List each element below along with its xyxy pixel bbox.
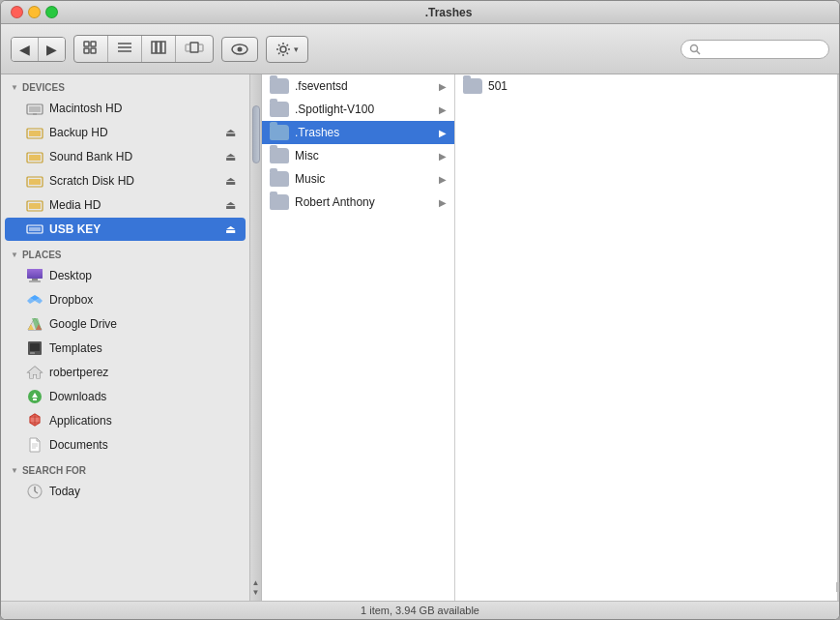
desktop-icon bbox=[26, 267, 43, 284]
svg-rect-33 bbox=[32, 279, 38, 280]
icon-view-button[interactable] bbox=[74, 36, 108, 62]
sidebar-item-applications[interactable]: Applications bbox=[5, 409, 246, 432]
fseventsd-name: .fseventsd bbox=[295, 79, 433, 93]
column-view-button[interactable] bbox=[142, 36, 176, 62]
places-label: PLACES bbox=[22, 250, 62, 260]
gear-button[interactable]: ▾ bbox=[266, 36, 308, 63]
sidebar-item-backup-hd[interactable]: Backup HD ⏏ bbox=[5, 121, 246, 144]
search-label: SEARCH FOR bbox=[22, 465, 86, 476]
minimize-button[interactable] bbox=[28, 6, 41, 18]
spotlight-folder-icon bbox=[270, 102, 289, 117]
sound-bank-hd-eject[interactable]: ⏏ bbox=[225, 150, 236, 163]
sidebar-item-google-drive[interactable]: Google Drive bbox=[5, 312, 246, 336]
sidebar-scroll-area: ▼ DEVICES Macintosh HD bbox=[1, 74, 249, 601]
google-drive-icon bbox=[26, 315, 43, 333]
downloads-icon bbox=[26, 388, 43, 405]
google-drive-label: Google Drive bbox=[49, 317, 117, 331]
search-input[interactable] bbox=[705, 44, 821, 55]
applications-icon bbox=[26, 412, 43, 429]
file-item-spotlight[interactable]: .Spotlight-V100 ▶ bbox=[262, 98, 454, 121]
svg-point-15 bbox=[280, 46, 286, 52]
macintosh-hd-icon bbox=[26, 100, 43, 117]
scratch-disk-hd-label: Scratch Disk HD bbox=[49, 174, 134, 188]
sidebar-item-desktop[interactable]: Desktop bbox=[5, 264, 246, 287]
misc-folder-icon bbox=[270, 148, 289, 163]
back-button[interactable]: ◀ bbox=[12, 38, 39, 61]
places-section-header: ▼ PLACES bbox=[1, 242, 249, 263]
file-item-robert-anthony[interactable]: Robert Anthony ▶ bbox=[262, 191, 454, 214]
templates-icon bbox=[26, 340, 43, 357]
applications-label: Applications bbox=[49, 414, 112, 428]
robert-anthony-arrow: ▶ bbox=[439, 197, 447, 208]
close-button[interactable] bbox=[11, 6, 23, 18]
eye-button[interactable] bbox=[221, 37, 258, 62]
usb-key-eject[interactable]: ⏏ bbox=[225, 222, 236, 236]
usb-key-icon bbox=[26, 221, 43, 238]
svg-marker-47 bbox=[28, 367, 42, 378]
file-item-501[interactable]: 501 bbox=[455, 74, 837, 98]
robertperez-label: robertperez bbox=[49, 366, 108, 379]
icon-view-icon bbox=[83, 41, 99, 54]
svg-rect-7 bbox=[152, 42, 156, 53]
robert-anthony-folder-icon bbox=[270, 194, 289, 210]
sidebar-item-documents[interactable]: Documents bbox=[5, 433, 246, 457]
coverflow-view-button[interactable] bbox=[176, 36, 213, 62]
media-hd-eject[interactable]: ⏏ bbox=[225, 198, 236, 212]
list-view-button[interactable] bbox=[108, 36, 142, 62]
sidebar-item-macintosh-hd[interactable]: Macintosh HD bbox=[5, 97, 246, 120]
search-icon bbox=[689, 44, 701, 55]
file-item-trashes[interactable]: .Trashes ▶ bbox=[262, 121, 454, 144]
music-arrow: ▶ bbox=[439, 174, 447, 185]
file-item-music[interactable]: Music ▶ bbox=[262, 167, 454, 191]
svg-rect-34 bbox=[29, 280, 41, 282]
svg-rect-30 bbox=[29, 227, 41, 231]
sidebar-item-dropbox[interactable]: Dropbox bbox=[5, 288, 246, 311]
forward-button[interactable]: ▶ bbox=[39, 38, 65, 61]
music-folder-icon bbox=[270, 171, 289, 187]
sidebar-item-downloads[interactable]: Downloads bbox=[5, 385, 246, 408]
column-view-icon bbox=[151, 41, 166, 54]
svg-rect-44 bbox=[30, 343, 40, 351]
usb-key-label: USB KEY bbox=[49, 222, 101, 236]
backup-hd-eject[interactable]: ⏏ bbox=[225, 126, 236, 139]
gear-arrow: ▾ bbox=[294, 44, 299, 54]
sidebar-item-robertperez[interactable]: robertperez bbox=[5, 361, 246, 384]
folder-501-name: 501 bbox=[488, 79, 829, 93]
pane-resize-handle[interactable]: || bbox=[837, 74, 839, 601]
fseventsd-arrow: ▶ bbox=[439, 81, 447, 92]
scroll-down-arrow[interactable]: ▼ bbox=[252, 589, 260, 597]
music-name: Music bbox=[295, 172, 433, 186]
sidebar-item-scratch-disk-hd[interactable]: Scratch Disk HD ⏏ bbox=[5, 169, 246, 192]
dropbox-label: Dropbox bbox=[49, 293, 93, 307]
svg-rect-1 bbox=[91, 42, 96, 46]
maximize-button[interactable] bbox=[45, 6, 58, 18]
status-bar: 1 item, 3.94 GB available bbox=[1, 601, 839, 619]
misc-name: Misc bbox=[295, 149, 433, 162]
today-label: Today bbox=[49, 485, 80, 498]
sidebar-item-sound-bank-hd[interactable]: Sound Bank HD ⏏ bbox=[5, 145, 246, 168]
sidebar-scroll-thumb[interactable] bbox=[252, 105, 260, 163]
sidebar-item-today[interactable]: Today bbox=[5, 480, 246, 503]
title-bar: .Trashes bbox=[1, 1, 839, 24]
coverflow-view-icon bbox=[185, 41, 204, 54]
scratch-disk-hd-eject[interactable]: ⏏ bbox=[225, 174, 236, 188]
nav-button-group: ◀ ▶ bbox=[11, 37, 66, 62]
svg-rect-8 bbox=[157, 42, 160, 53]
svg-rect-2 bbox=[84, 48, 89, 53]
scroll-up-arrow[interactable]: ▲ bbox=[252, 579, 260, 587]
file-item-misc[interactable]: Misc ▶ bbox=[262, 144, 454, 167]
eye-icon bbox=[231, 43, 248, 56]
sidebar-item-media-hd[interactable]: Media HD ⏏ bbox=[5, 193, 246, 217]
search-box[interactable] bbox=[681, 40, 829, 59]
gear-icon bbox=[275, 42, 291, 57]
pane1: .fseventsd ▶ .Spotlight-V100 ▶ .Trashes … bbox=[262, 74, 454, 601]
media-hd-icon bbox=[26, 196, 43, 214]
svg-point-14 bbox=[238, 46, 243, 51]
sidebar-item-usb-key[interactable]: USB KEY ⏏ bbox=[5, 218, 246, 241]
sidebar-scrollbar[interactable]: ▲ ▼ bbox=[249, 74, 261, 601]
svg-rect-45 bbox=[30, 352, 35, 354]
sidebar-item-templates[interactable]: Templates bbox=[5, 337, 246, 360]
file-item-fseventsd[interactable]: .fseventsd ▶ bbox=[262, 74, 454, 98]
pane2-wrapper: 501 || bbox=[455, 74, 839, 601]
macintosh-hd-label: Macintosh HD bbox=[49, 102, 122, 115]
